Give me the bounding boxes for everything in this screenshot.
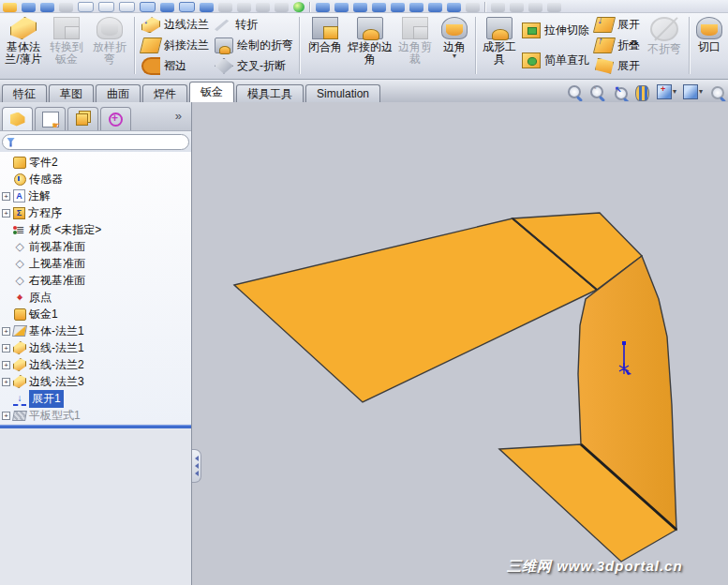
toolbar-icon[interactable] — [528, 3, 542, 12]
button-label: 斜接法兰 — [164, 38, 209, 53]
tab-features[interactable]: 特征 — [2, 84, 47, 102]
tab-surfaces[interactable]: 曲面 — [96, 84, 141, 102]
fold-button[interactable]: 折叠 — [592, 36, 643, 54]
edge-flange-icon — [141, 17, 160, 33]
tree-item-unfold1[interactable]: ↓展开1 — [0, 390, 191, 407]
tab-featuremanager-tree[interactable] — [2, 107, 33, 130]
display-style-button[interactable]: ▾ — [683, 84, 703, 99]
convert-to-sheet-metal-button[interactable]: 转换到钣金 — [45, 14, 88, 77]
expand-icon[interactable]: + — [2, 412, 10, 420]
toolbar-icon[interactable] — [447, 3, 461, 12]
tab-configurationmanager[interactable] — [67, 107, 98, 130]
hem-button[interactable]: 褶边 — [139, 56, 212, 75]
tab-sheet-metal[interactable]: 钣金 — [189, 82, 234, 102]
graphics-viewport[interactable]: 三维网 www.3dportal.cn — [192, 102, 728, 585]
cross-break-button[interactable]: 交叉-折断 — [212, 56, 296, 75]
simple-hole-button[interactable]: 简单直孔 — [519, 52, 592, 70]
toolbar-icon[interactable] — [59, 3, 73, 12]
toolbar-icon[interactable] — [256, 3, 270, 12]
tree-item-sensors[interactable]: 传感器 — [0, 171, 191, 188]
zoom-to-fit-icon[interactable] — [567, 84, 583, 100]
toolbar-icon[interactable] — [3, 3, 17, 12]
tree-item-sheet-metal1[interactable]: 钣金1 — [0, 306, 191, 322]
expand-icon[interactable]: + — [2, 378, 10, 386]
tab-dimxpert[interactable] — [100, 107, 131, 130]
tree-item-flat-pattern1[interactable]: +平板型式1 — [0, 407, 191, 424]
miter-flange-button[interactable]: 斜接法兰 — [139, 36, 212, 54]
tree-item-edge-flange1[interactable]: +边线-法兰1 — [0, 339, 191, 356]
hide-show-items-icon[interactable] — [709, 84, 717, 100]
lofted-bend-button[interactable]: 放样折弯 — [88, 14, 131, 77]
tree-item-front-plane[interactable]: ◇前视基准面 — [0, 238, 191, 255]
toolbar-icon[interactable] — [237, 3, 251, 12]
expand-icon[interactable]: + — [2, 361, 10, 369]
toolbar-icon[interactable] — [510, 3, 524, 12]
corner-flyout-button[interactable]: 边角 ▾ — [437, 14, 472, 77]
closed-corner-button[interactable]: 闭合角 — [304, 14, 347, 77]
tree-item-material[interactable]: ≣材质 <未指定> — [0, 221, 191, 238]
tab-propertymanager[interactable] — [35, 107, 66, 130]
part-face-top-panel[interactable] — [234, 218, 597, 402]
tree-item-origin[interactable]: ⌖原点 — [0, 289, 191, 306]
tree-item-equations[interactable]: +Σ方程序 — [0, 204, 191, 221]
toolbar-icon[interactable] — [119, 2, 135, 12]
toolbar-icon[interactable] — [40, 3, 54, 12]
toolbar-icon[interactable] — [179, 2, 195, 12]
section-view-icon[interactable] — [634, 84, 650, 100]
rip-button[interactable]: 切口 — [693, 14, 725, 77]
tree-item-edge-flange2[interactable]: +边线-法兰2 — [0, 356, 191, 373]
toolbar-icon[interactable] — [78, 2, 94, 12]
expand-icon[interactable]: + — [2, 209, 10, 218]
toolbar-icon[interactable] — [409, 3, 423, 12]
flatten-button[interactable]: 展开 — [592, 56, 643, 75]
toolbar-icon[interactable] — [428, 3, 442, 12]
tab-weldments[interactable]: 焊件 — [142, 84, 187, 102]
toolbar-icon[interactable] — [316, 3, 330, 12]
zoom-to-area-icon[interactable] — [589, 84, 605, 100]
sheet-metal-part[interactable] — [192, 102, 728, 584]
previous-view-icon[interactable] — [612, 84, 628, 100]
tree-item-part[interactable]: 零件2 — [0, 154, 191, 171]
toolbar-icon[interactable] — [353, 3, 367, 12]
tab-simulation[interactable]: Simulation — [305, 84, 380, 102]
no-bends-button[interactable]: 不折弯 — [643, 14, 686, 77]
view-orientation-button[interactable]: ▾ — [657, 84, 676, 99]
jog-button[interactable]: 转折 — [212, 16, 296, 35]
panel-overflow-chevron[interactable]: » — [175, 109, 182, 123]
expand-icon[interactable]: + — [2, 344, 10, 352]
tree-item-right-plane[interactable]: ◇右视基准面 — [0, 272, 191, 289]
toolbar-icon[interactable] — [466, 3, 480, 12]
toolbar-icon[interactable] — [218, 3, 232, 12]
tree-item-annotations[interactable]: +A注解 — [0, 188, 191, 204]
toolbar-icon[interactable] — [140, 2, 156, 12]
sketched-bend-button[interactable]: 绘制的折弯 — [212, 36, 296, 54]
panel-collapse-handle[interactable] — [192, 449, 201, 483]
extruded-cut-button[interactable]: 拉伸切除 — [519, 21, 592, 39]
tree-item-base-flange1[interactable]: +基体-法兰1 — [0, 322, 191, 339]
toolbar-icon[interactable] — [98, 2, 114, 12]
corner-trim-button[interactable]: 边角剪裁 — [394, 14, 437, 77]
expand-icon[interactable]: + — [2, 192, 10, 201]
edge-flange-button[interactable]: 边线法兰 — [139, 16, 212, 35]
toolbar-icon[interactable] — [372, 3, 386, 12]
tree-item-top-plane[interactable]: ◇上视基准面 — [0, 255, 191, 272]
tab-mold-tools[interactable]: 模具工具 — [236, 84, 304, 102]
toolbar-icon[interactable] — [391, 3, 405, 12]
toolbar-icon[interactable] — [22, 3, 36, 12]
toolbar-icon[interactable] — [293, 2, 305, 12]
toolbar-icon[interactable] — [200, 3, 214, 12]
unfold-button[interactable]: 展开 — [592, 16, 643, 35]
tree-filter-input[interactable] — [18, 136, 185, 149]
toolbar-icon[interactable] — [547, 3, 561, 12]
forming-tool-button[interactable]: 成形工具 — [480, 14, 519, 77]
featuremanager-panel: » 零件2 传感器 +A注解 +Σ方程序 ≣材质 <未指定> ◇前视基准面 ◇上… — [0, 102, 192, 585]
toolbar-icon[interactable] — [491, 3, 505, 12]
base-flange-button[interactable]: 基体法兰/薄片 — [2, 14, 45, 77]
tab-sketch[interactable]: 草图 — [49, 84, 94, 102]
toolbar-icon[interactable] — [334, 3, 349, 12]
expand-icon[interactable]: + — [2, 327, 10, 336]
welded-corner-button[interactable]: 焊接的边角 — [347, 14, 394, 77]
toolbar-icon[interactable] — [160, 3, 174, 12]
tree-item-edge-flange3[interactable]: +边线-法兰3 — [0, 373, 191, 390]
toolbar-icon[interactable] — [275, 3, 289, 12]
